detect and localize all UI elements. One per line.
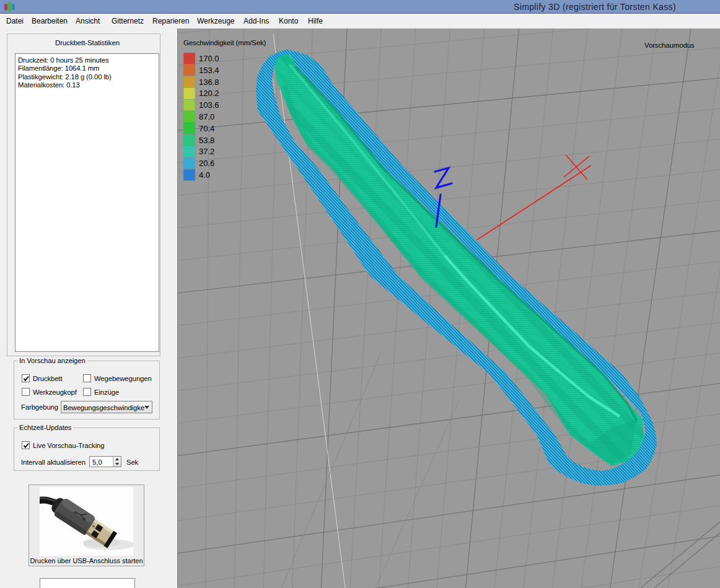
svg-text:20.6: 20.6 bbox=[199, 159, 214, 168]
svg-text:Vorschaumodus: Vorschaumodus bbox=[644, 42, 695, 49]
svg-text:87.0: 87.0 bbox=[199, 112, 214, 121]
svg-text:103.6: 103.6 bbox=[199, 100, 219, 110]
svg-text:120.2: 120.2 bbox=[199, 89, 219, 98]
svg-text:153.4: 153.4 bbox=[199, 66, 219, 75]
svg-text:4.0: 4.0 bbox=[199, 170, 210, 180]
svg-text:37.2: 37.2 bbox=[199, 147, 214, 156]
svg-text:53.8: 53.8 bbox=[199, 136, 214, 145]
svg-text:136.8: 136.8 bbox=[199, 77, 219, 87]
svg-text:Geschwindigkeit (mm/Sek): Geschwindigkeit (mm/Sek) bbox=[183, 39, 266, 46]
svg-text:70.4: 70.4 bbox=[199, 124, 214, 133]
svg-text:170.0: 170.0 bbox=[199, 54, 219, 63]
